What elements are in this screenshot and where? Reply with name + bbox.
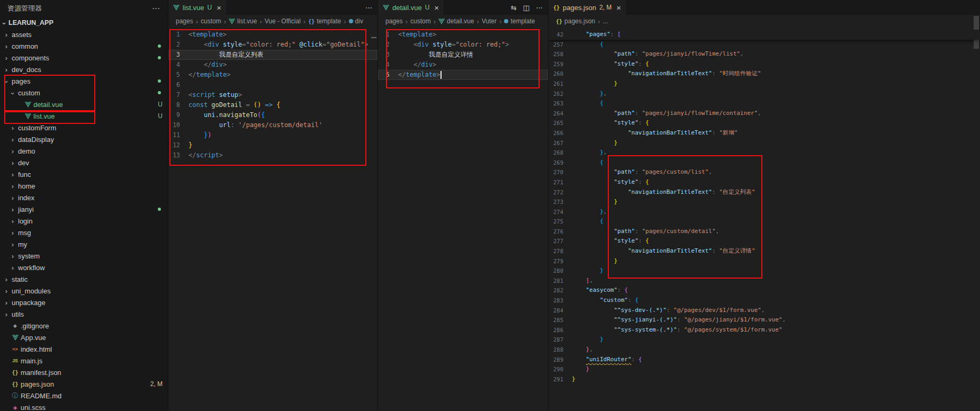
chevron-right-icon[interactable] xyxy=(2,66,11,73)
tree-item-system[interactable]: system xyxy=(0,250,168,262)
explorer-more-actions-icon[interactable]: ⋯ xyxy=(152,4,160,13)
chevron-right-icon[interactable] xyxy=(8,124,17,131)
line-content: "navigationBarTitleText": "自定义列表" xyxy=(572,187,755,198)
breadcrumb-item-template[interactable]: template xyxy=(504,17,535,25)
tree-item-index[interactable]: index xyxy=(0,192,168,203)
tree-item-app.vue[interactable]: App.vue xyxy=(0,332,168,343)
chevron-right-icon[interactable] xyxy=(8,136,17,143)
chevron-right-icon[interactable] xyxy=(8,229,17,236)
tree-item-dev[interactable]: dev xyxy=(0,157,168,168)
tree-item-unpackage[interactable]: unpackage xyxy=(0,297,168,308)
tree-item-uni.scss[interactable]: ◈uni.scss xyxy=(0,401,168,411)
chevron-right-icon[interactable] xyxy=(2,276,11,283)
chevron-right-icon[interactable] xyxy=(2,311,11,318)
tree-item-func[interactable]: func xyxy=(0,168,168,180)
tree-item-demo[interactable]: demo xyxy=(0,145,168,157)
chevron-right-icon[interactable] xyxy=(8,148,17,155)
code-line-282: 282 "easycom": { xyxy=(549,285,980,296)
tree-item-static[interactable]: static xyxy=(0,273,168,285)
breadcrumb-item-...[interactable]: ... xyxy=(603,17,608,25)
tree-item-datadisplay[interactable]: dataDisplay xyxy=(0,133,168,145)
chevron-down-icon[interactable] xyxy=(2,78,11,85)
code-editor-pages-json[interactable]: 42 "pages": [257 {258 "path": "pages/jia… xyxy=(549,28,980,411)
tree-item-workflow[interactable]: workflow xyxy=(0,262,168,273)
tree-root-learun-app[interactable]: LEARUN_APP xyxy=(0,17,168,29)
close-icon[interactable]: × xyxy=(217,3,221,12)
chevron-right-icon[interactable] xyxy=(2,31,11,38)
line-number: 5 xyxy=(378,70,398,80)
chevron-right-icon[interactable] xyxy=(8,253,17,260)
tree-item-jianyi[interactable]: jianyi xyxy=(0,203,168,215)
chevron-right-icon[interactable] xyxy=(8,194,17,201)
breadcrumb-separator: › xyxy=(196,17,198,25)
breadcrumb-item-div[interactable]: div xyxy=(349,17,363,25)
breadcrumb-item-custom[interactable]: custom xyxy=(410,17,431,25)
tree-item-login[interactable]: login xyxy=(0,215,168,227)
breadcrumb-item-template[interactable]: {}template xyxy=(308,17,341,25)
open-changes-icon[interactable]: ⇆ xyxy=(511,4,517,12)
tree-item-custom[interactable]: custom xyxy=(0,87,168,99)
chevron-right-icon[interactable] xyxy=(8,183,17,190)
line-number: 3 xyxy=(378,50,398,60)
tree-item-label: README.md xyxy=(21,392,61,400)
vscode-window: 资源管理器 ⋯ LEARUN_APP assetscommoncomponent… xyxy=(0,0,980,411)
line-content: 我是自定义详情 xyxy=(398,50,473,60)
tab-detail-vue[interactable]: detail.vue U × xyxy=(378,0,444,15)
tree-item-home[interactable]: home xyxy=(0,180,168,192)
tree-item-dev_docs[interactable]: dev_docs xyxy=(0,64,168,75)
chevron-right-icon[interactable] xyxy=(2,288,11,294)
tree-item-assets[interactable]: assets xyxy=(0,29,168,40)
chevron-right-icon[interactable] xyxy=(2,55,11,61)
chevron-right-icon[interactable] xyxy=(8,206,17,213)
tree-item-manifest.json[interactable]: {}manifest.json xyxy=(0,367,168,378)
breadcrumb-item-vue---official[interactable]: Vue - Official xyxy=(265,17,301,25)
tree-item-readme.md[interactable]: ⓘREADME.md xyxy=(0,390,168,401)
breadcrumb-item-list.vue[interactable]: list.vue xyxy=(229,17,257,25)
tree-item-label: pages.json xyxy=(21,380,54,388)
more-actions-icon[interactable]: ⋯ xyxy=(365,4,372,12)
close-icon[interactable]: × xyxy=(434,3,439,12)
tab-pages-json[interactable]: {} pages.json 2, M × xyxy=(549,0,626,15)
code-editor-list-vue[interactable]: 1<template>2 <div style="color: red;" @c… xyxy=(168,28,377,411)
code-line-276: 276 "path": "pages/custom/detail", xyxy=(549,227,980,237)
chevron-right-icon[interactable] xyxy=(2,299,11,306)
tree-item-uni_modules[interactable]: uni_modules xyxy=(0,285,168,297)
chevron-right-icon[interactable] xyxy=(8,159,17,166)
breadcrumb-label: Vuter xyxy=(482,17,497,25)
tab-list-vue[interactable]: list.vue U × xyxy=(168,0,226,15)
tree-item-index.html[interactable]: <>index.html xyxy=(0,343,168,355)
chevron-right-icon[interactable] xyxy=(8,171,17,178)
breadcrumb-item-pages[interactable]: pages xyxy=(385,17,403,25)
breadcrumb-item-detail.vue[interactable]: detail.vue xyxy=(438,17,474,25)
chevron-right-icon[interactable] xyxy=(8,218,17,225)
chevron-right-icon[interactable] xyxy=(8,241,17,248)
chevron-right-icon[interactable] xyxy=(8,264,17,271)
breadcrumb-item-pages.json[interactable]: {}pages.json xyxy=(556,17,595,25)
chevron-right-icon[interactable] xyxy=(2,43,11,50)
tree-item-utils[interactable]: utils xyxy=(0,308,168,320)
breadcrumb-item-vuter[interactable]: Vuter xyxy=(482,17,497,25)
split-editor-icon[interactable]: ◫ xyxy=(523,4,529,12)
tree-item-main.js[interactable]: JSmain.js xyxy=(0,355,168,367)
chevron-down-icon[interactable] xyxy=(8,90,17,96)
tree-item-customform[interactable]: customForm xyxy=(0,122,168,133)
tree-item-pages.json[interactable]: {}pages.json2, M xyxy=(0,378,168,390)
tree-item-common[interactable]: common xyxy=(0,40,168,52)
tree-item-label: pages xyxy=(12,77,30,85)
tree-item-detail.vue[interactable]: detail.vueU xyxy=(0,99,168,110)
more-actions-icon[interactable]: ⋯ xyxy=(536,4,543,12)
tree-item-list.vue[interactable]: list.vueU xyxy=(0,110,168,122)
breadcrumb-item-pages[interactable]: pages xyxy=(176,17,193,25)
close-icon[interactable]: × xyxy=(616,3,621,12)
line-content: </script> xyxy=(188,150,223,160)
tree-item-my[interactable]: my xyxy=(0,238,168,250)
tree-item-components[interactable]: components xyxy=(0,52,168,64)
code-editor-detail-vue[interactable]: 1<template>2 <div style="color: red;">3 … xyxy=(378,28,548,411)
tree-item-label: utils xyxy=(12,310,24,318)
json-icon: {} xyxy=(553,5,560,11)
tree-item-msg[interactable]: msg xyxy=(0,227,168,238)
tree-item-label: static xyxy=(12,275,28,283)
breadcrumb-item-custom[interactable]: custom xyxy=(201,17,221,25)
tree-item-.gitignore[interactable]: ◆.gitignore xyxy=(0,320,168,332)
tree-item-pages[interactable]: pages xyxy=(0,75,168,87)
